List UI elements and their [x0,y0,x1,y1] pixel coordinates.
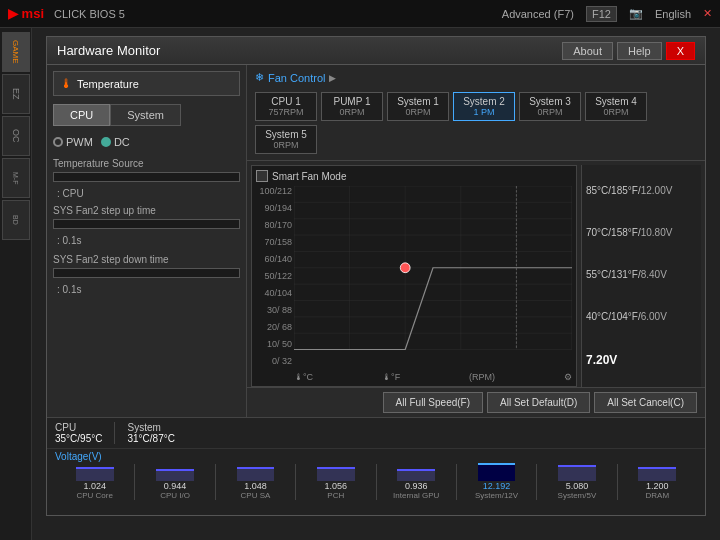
left-panel: 🌡 Temperature CPU System PWM DC [47,65,247,417]
screenshot-icon: 📷 [629,7,643,20]
step-down-box [53,268,240,278]
y-axis-temp: 100/212 90/194 80/170 70/158 60/140 50/1… [254,186,292,366]
fan-control-top: ❄ Fan Control ▶ CPU 1 757RPM PUMP 1 0RPM… [247,65,705,161]
temperature-label: Temperature [77,78,139,90]
cpu-temp-value: 35°C/95°C [55,433,102,444]
x-fahrenheit-icon: 🌡°F [382,372,400,382]
step-down-label: SYS Fan2 step down time [53,254,240,265]
advanced-mode-label[interactable]: Advanced (F7) [502,8,574,20]
cpu-temp-label: CPU [55,422,102,433]
all-set-default-button[interactable]: All Set Default(D) [487,392,590,413]
fan-icon: ❄ [255,71,264,84]
dc-radio-label[interactable]: DC [101,136,130,148]
v-cpu-core: 1.024 CPU Core [55,461,134,500]
dc-radio[interactable] [101,137,111,147]
msi-logo: ▶ msi [8,6,44,21]
v-sys12v: 12.192 System/12V [457,461,536,500]
pwm-text: PWM [66,136,93,148]
fan-arrow: ▶ [329,73,336,83]
chart-svg [294,186,572,350]
sidebar-item-ez[interactable]: EZ [2,74,30,114]
cpu-tab[interactable]: CPU [53,104,110,126]
cpu-temp-display: CPU 35°C/95°C [55,422,115,444]
v-cpu-sa: 1.048 CPU SA [216,461,295,500]
sidebar-item-game[interactable]: GAME [2,32,30,72]
sidebar-item-mflash[interactable]: M-F [2,158,30,198]
bios-product-name: CLICK BIOS 5 [54,8,125,20]
hw-body: 🌡 Temperature CPU System PWM DC [47,65,705,417]
temp-source-label: Temperature Source [53,158,240,169]
f12-label[interactable]: F12 [586,6,617,22]
about-button[interactable]: About [562,42,613,60]
fan-sys3-btn[interactable]: System 3 0RPM [519,92,581,121]
v-cpu-io: 0.944 CPU I/O [135,461,214,500]
smart-fan-checkbox[interactable] [256,170,268,182]
sidebar-item-board[interactable]: BD [2,200,30,240]
all-set-cancel-button[interactable]: All Set Cancel(C) [594,392,697,413]
svg-point-17 [400,263,410,273]
fan-sys5-btn[interactable]: System 5 0RPM [255,125,317,154]
all-full-speed-button[interactable]: All Full Speed(F) [383,392,483,413]
voltage-row-0: 85°C/185°F/12.00V [586,183,697,198]
step-up-label: SYS Fan2 step up time [53,205,240,216]
pwm-radio-label[interactable]: PWM [53,136,93,148]
temp-source-box [53,172,240,182]
system-temp-value: 31°C/87°C [127,433,174,444]
voltage-row-3: 40°C/104°F/6.00V [586,309,697,324]
hw-titlebar: Hardware Monitor About Help X [47,37,705,65]
fan-control-label: Fan Control [268,72,325,84]
temperature-section-header: 🌡 Temperature [53,71,240,96]
x-axis: 🌡°C 🌡°F (RPM) ⚙ [294,372,572,382]
v-dram: 1.200 DRAM [618,461,697,500]
fan-sys1-btn[interactable]: System 1 0RPM [387,92,449,121]
chart-area: Smart Fan Mode 100/212 90/194 80/170 70/… [247,161,705,387]
fan-cpu1-btn[interactable]: CPU 1 757RPM [255,92,317,121]
voltage-bars-row: 1.024 CPU Core 0.944 CPU I/O 1.048 CPU S… [47,464,705,500]
bottom-status: CPU 35°C/95°C System 31°C/87°C Voltage(V… [47,417,705,515]
top-bar-right: Advanced (F7) F12 📷 English ✕ [502,6,712,22]
voltage-row-2: 55°C/131°F/8.40V [586,267,697,282]
fan-pump1-btn[interactable]: PUMP 1 0RPM [321,92,383,121]
v-sys5v: 5.080 System/5V [537,461,616,500]
system-temp-display: System 31°C/87°C [115,422,174,444]
cpu-source-value: : CPU [53,188,240,199]
pwm-radio[interactable] [53,137,63,147]
top-bar: ▶ msi CLICK BIOS 5 Advanced (F7) F12 📷 E… [0,0,720,28]
sidebar-item-oc[interactable]: OC [2,116,30,156]
pwm-dc-row: PWM DC [53,136,240,148]
v-igpu: 0.936 Internal GPU [377,461,456,500]
fan-rpm-icon: ⚙ [564,372,572,382]
close-window-icon[interactable]: ✕ [703,7,712,20]
dc-text: DC [114,136,130,148]
hw-window-title: Hardware Monitor [57,43,562,58]
fan-sys4-btn[interactable]: System 4 0RPM [585,92,647,121]
hardware-monitor-window: Hardware Monitor About Help X 🌡 Temperat… [46,36,706,516]
hw-close-button[interactable]: X [666,42,695,60]
temperature-icon: 🌡 [60,76,73,91]
system-temp-label: System [127,422,174,433]
x-celsius-icon: 🌡°C [294,372,313,382]
smart-fan-mode-row: Smart Fan Mode [256,170,346,182]
fan-chart[interactable]: Smart Fan Mode 100/212 90/194 80/170 70/… [251,165,577,387]
temp-row: CPU 35°C/95°C System 31°C/87°C [47,418,705,449]
smart-fan-label: Smart Fan Mode [272,171,346,182]
fan-control-header: ❄ Fan Control ▶ [255,71,697,84]
voltage-row-current: 7.20V [586,351,697,369]
sidebar: GAME EZ OC M-F BD [0,28,32,540]
language-selector[interactable]: English [655,8,691,20]
step-up-value: : 0.1s [53,235,240,246]
cpu-system-tabs: CPU System [53,104,240,126]
help-button[interactable]: Help [617,42,662,60]
voltage-readings: 85°C/185°F/12.00V 70°C/158°F/10.80V 55°C… [581,165,701,387]
bottom-actions: All Full Speed(F) All Set Default(D) All… [247,387,705,417]
hw-titlebar-buttons: About Help X [562,42,695,60]
step-up-box [53,219,240,229]
right-panel: ❄ Fan Control ▶ CPU 1 757RPM PUMP 1 0RPM… [247,65,705,417]
step-down-value: : 0.1s [53,284,240,295]
voltage-row-1: 70°C/158°F/10.80V [586,225,697,240]
main-content: Hardware Monitor About Help X 🌡 Temperat… [32,28,720,540]
system-tab[interactable]: System [110,104,181,126]
v-pch: 1.056 PCH [296,461,375,500]
x-rpm-label: (RPM) [469,372,495,382]
fan-sys2-btn[interactable]: System 2 1 PM [453,92,515,121]
